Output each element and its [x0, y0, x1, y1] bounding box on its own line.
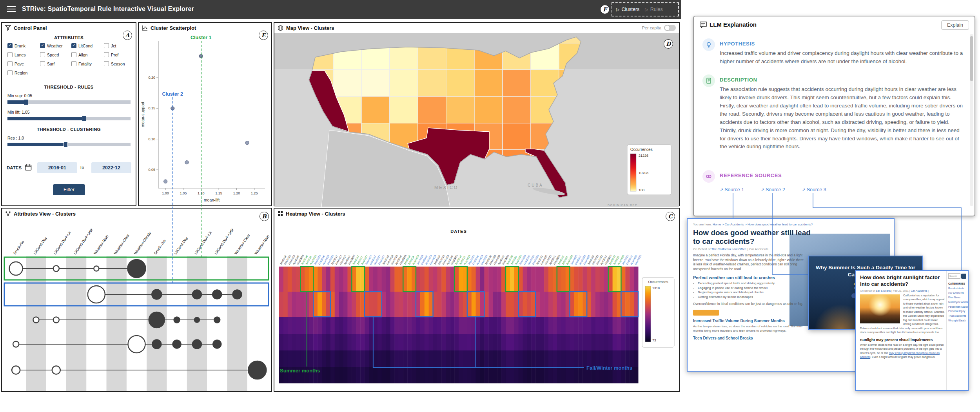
filter-button[interactable]: Filter: [53, 184, 85, 195]
checkbox-label: Fatality: [78, 62, 92, 66]
checkbox-box[interactable]: [104, 52, 109, 57]
res-slider[interactable]: [7, 143, 131, 146]
checkbox-box[interactable]: ✓: [71, 43, 76, 48]
reference-source-links: ↗Source 1 ↗Source 2 ↗Source 3: [720, 186, 841, 193]
heatmap-chart[interactable]: DATESJan/2016Feb/2016Mar/2016Apr/2016May…: [274, 219, 679, 393]
attribute-column-label: LitCond-Dark-Lit: [53, 231, 72, 255]
globe-icon: [278, 25, 283, 31]
label-dominican: DOMINICAN REP.: [608, 204, 638, 207]
source-1-link[interactable]: ↗Source 1: [720, 187, 744, 192]
category-link[interactable]: Firm News: [948, 295, 966, 300]
attribute-checkbox-season[interactable]: Season: [104, 61, 130, 66]
category-link[interactable]: Bus Accidents: [948, 286, 966, 291]
category-link[interactable]: Car Accidents: [948, 291, 966, 296]
checkbox-box[interactable]: ✓: [7, 43, 13, 48]
attributes-view-panel: Attributes View - Clusters Drunk-NoLitCo…: [1, 208, 272, 392]
checkbox-box[interactable]: [71, 61, 76, 66]
byline-firm-link[interactable]: Ball & Evans: [876, 289, 891, 292]
menu-icon[interactable]: [7, 6, 16, 13]
attribute-checkbox-weather[interactable]: ✓Weather: [40, 43, 71, 48]
attribute-checkbox-fatality[interactable]: Fatality: [71, 61, 104, 66]
scrollbar-thumb[interactable]: [970, 36, 973, 81]
checkbox-box[interactable]: [7, 52, 13, 57]
svg-text:1.20: 1.20: [233, 191, 240, 195]
attributes-matrix[interactable]: Drunk-NoLitCond-DayLitCond-Dark-LitLitCo…: [2, 219, 271, 393]
attribute-checkbox-pave[interactable]: Pave: [7, 61, 40, 66]
explain-button[interactable]: Explain: [941, 20, 969, 30]
heatmap-view-panel: Heatmap View - Clusters DATESJan/2016Feb…: [274, 208, 680, 392]
attributes-checkbox-grid[interactable]: ✓Drunk✓Weather✓LitCondJctLanesSpeedAlign…: [7, 43, 132, 75]
min-lift-slider[interactable]: [7, 117, 131, 120]
checkbox-label: Lanes: [15, 53, 26, 57]
annotation-d: D: [664, 39, 673, 49]
toggle-rules-label: Rules: [650, 7, 663, 12]
checkbox-box[interactable]: [7, 61, 13, 66]
source-3-link[interactable]: ↗Source 3: [802, 187, 826, 192]
control-panel: Control Panel ATTRIBUTES ✓Drunk✓Weather✓…: [1, 22, 136, 206]
checkbox-box[interactable]: [71, 52, 76, 57]
article-section-link[interactable]: Increased Traffic Volume During Summer M…: [693, 319, 806, 323]
attribute-checkbox-drunk[interactable]: ✓Drunk: [7, 43, 40, 48]
checkbox-box[interactable]: [40, 52, 45, 57]
article-paragraph: Overconfidence in ideal conditions can b…: [693, 302, 806, 307]
checkbox-box[interactable]: [7, 70, 13, 75]
min-sup-slider[interactable]: [7, 100, 131, 104]
scrollbar[interactable]: [970, 34, 973, 206]
attribute-checkbox-region[interactable]: Region: [7, 70, 40, 75]
checkbox-label: Speed: [47, 53, 59, 57]
checkbox-box[interactable]: [104, 43, 109, 48]
category-link[interactable]: Personal Injury: [948, 309, 966, 314]
checkbox-box[interactable]: [104, 61, 109, 66]
breadcrumb-links[interactable]: Home > Car Accidents > How does good wea…: [713, 223, 813, 226]
checkbox-box[interactable]: [40, 61, 45, 66]
source-2-link[interactable]: ↗Source 2: [761, 187, 785, 192]
checkbox-box[interactable]: ✓: [40, 43, 45, 48]
sunlight-photo: [860, 294, 900, 323]
per-capita-toggle[interactable]: [664, 25, 676, 31]
article-section-link[interactable]: Teen Drivers and School Breaks: [693, 336, 806, 340]
search-button[interactable]: [961, 274, 966, 279]
slider-handle[interactable]: [64, 142, 68, 147]
top-bar: STRive: SpatioTemporal Rule Interactive …: [0, 0, 681, 19]
choropleth-map[interactable]: MEXICOCUBADOMINICAN REP.Occurrences21226…: [274, 33, 679, 207]
article-subheading: Perfect weather can still lead to crashe…: [693, 275, 806, 280]
attribute-checkbox-jct[interactable]: Jct: [104, 43, 130, 48]
category-link[interactable]: Motorcycle Accidents: [948, 300, 966, 305]
svg-text:1.15: 1.15: [215, 191, 222, 195]
toggle-rules[interactable]: ▷Rules: [645, 7, 662, 12]
attribute-checkbox-align[interactable]: Align: [71, 52, 104, 57]
slider-handle[interactable]: [82, 116, 86, 122]
threshold-clustering-heading: THRESHOLD - CLUSTERING: [2, 127, 136, 132]
svg-text:0.05: 0.05: [148, 168, 155, 172]
date-from-input[interactable]: 2016-01: [37, 162, 77, 173]
view-toggle[interactable]: ▷Clusters ▷Rules: [612, 2, 679, 16]
search-input[interactable]: Search: [948, 273, 960, 279]
checkbox-label: Region: [15, 71, 27, 75]
svg-text:1319: 1319: [652, 286, 660, 290]
cta-badge[interactable]: [693, 310, 719, 316]
attribute-checkbox-lanes[interactable]: Lanes: [7, 52, 40, 57]
column-stripe: [227, 256, 247, 391]
article-paragraph: Imagine a perfect Florida day, with temp…: [693, 253, 806, 272]
annotation-f: F: [600, 5, 610, 14]
svg-text:0.20: 0.20: [148, 76, 155, 80]
byline-category-link[interactable]: Car Accidents: [911, 289, 927, 292]
category-link[interactable]: Pedestrian Accidents: [948, 305, 966, 309]
checkbox-label: Prof: [111, 53, 118, 57]
scatterplot-chart[interactable]: 1.001.051.101.151.201.250.050.100.150.20…: [139, 33, 271, 207]
attribute-checkbox-surf[interactable]: Surf: [40, 61, 71, 66]
category-link[interactable]: Truck Accidents: [948, 314, 966, 318]
category-link[interactable]: Wrongful Death: [948, 318, 966, 323]
svg-text:73: 73: [652, 338, 656, 342]
attribute-checkbox-prof[interactable]: Prof: [104, 52, 130, 57]
heatmap-cells[interactable]: [279, 267, 639, 383]
attribute-checkbox-litcond[interactable]: ✓LitCond: [71, 43, 104, 48]
attribute-checkbox-speed[interactable]: Speed: [40, 52, 71, 57]
date-to-input[interactable]: 2022-12: [91, 162, 131, 173]
toggle-clusters[interactable]: ▷Clusters: [616, 7, 639, 12]
panel-title: Attributes View - Clusters: [14, 211, 76, 217]
per-capita-label: Per capita: [642, 25, 661, 30]
scatter-points[interactable]: [164, 141, 249, 183]
slider-handle[interactable]: [24, 99, 28, 105]
byline-firm-link[interactable]: The California Law Office: [711, 247, 747, 251]
